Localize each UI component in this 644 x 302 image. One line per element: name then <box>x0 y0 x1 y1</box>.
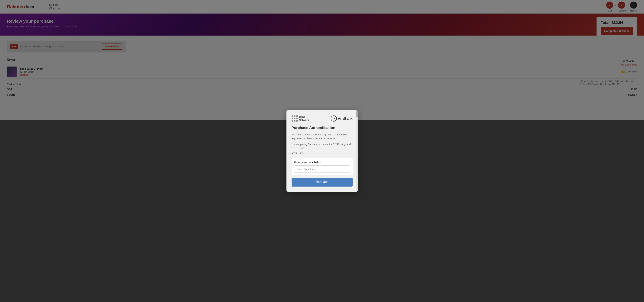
modal-header-logos: Card Network ⊘ AnyBank <box>292 116 352 122</box>
modal-scrollbar-thumb <box>356 110 358 117</box>
anybank-logo: ⊘ AnyBank <box>331 116 352 122</box>
anybank-text: AnyBank <box>338 117 352 121</box>
anybank-circle-icon: ⊘ <box>331 116 337 122</box>
modal-title: Purchase Authentication <box>292 126 352 130</box>
card-network-text: Card Network <box>299 116 309 122</box>
modal-inner: Card Network ⊘ AnyBank Purchase Authenti… <box>286 110 358 192</box>
modal-desc-1: We have sent you a text message with a c… <box>292 133 352 140</box>
code-input[interactable] <box>294 165 350 173</box>
modal-scrollbar[interactable] <box>356 110 358 192</box>
submit-button[interactable]: SUBMIT <box>292 178 352 186</box>
code-section: Enter your code below <box>292 158 352 175</box>
card-network-logo: Card Network <box>292 116 309 122</box>
card-network-grid-icon <box>292 116 298 122</box>
authentication-modal: Card Network ⊘ AnyBank Purchase Authenti… <box>286 110 358 192</box>
modal-overlay: Card Network ⊘ AnyBank Purchase Authenti… <box>0 0 644 302</box>
modal-otp: (OTP: 1234) <box>292 152 352 155</box>
code-section-label: Enter your code below <box>294 161 350 164</box>
modal-desc-2: You are paying Sandbox the amount of 32.… <box>292 142 352 150</box>
